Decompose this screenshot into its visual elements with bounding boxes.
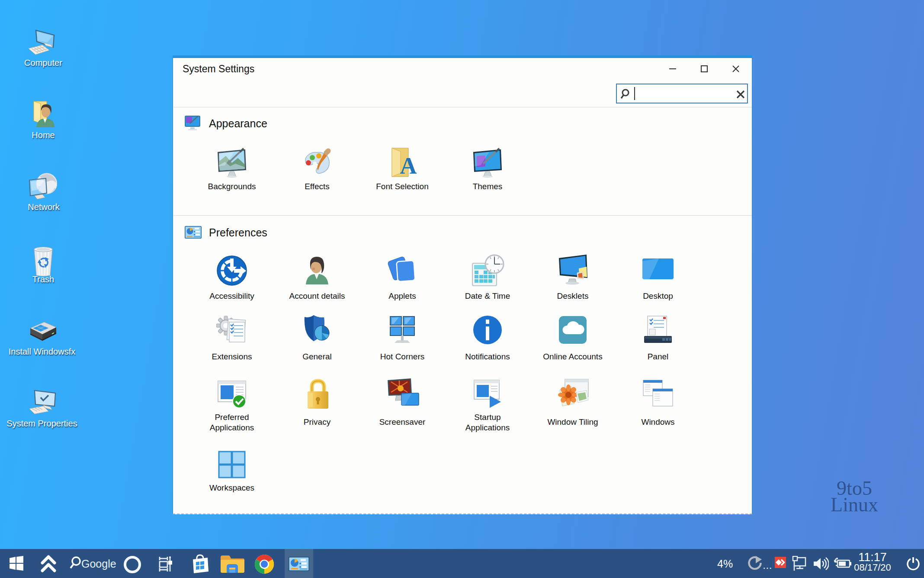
svg-text:A: A [400,153,417,179]
